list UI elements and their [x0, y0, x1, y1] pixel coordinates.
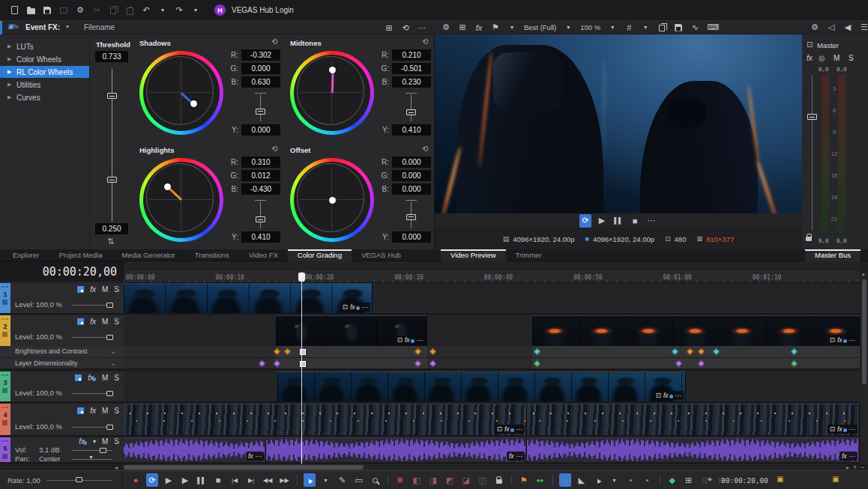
pause-button[interactable]: ▌▌	[196, 473, 208, 487]
event-badge[interactable]: ⊡fx⋯	[340, 303, 370, 312]
trim-start-button[interactable]: ◧	[411, 473, 423, 487]
track-3-solo-button[interactable]: S	[114, 374, 119, 382]
event-fx-icon[interactable]: fx	[405, 336, 410, 344]
rewind-button[interactable]: ◀◀	[262, 473, 274, 487]
event-badge[interactable]: ⊡fx⋯	[495, 425, 525, 434]
midtones-y-handle[interactable]	[406, 109, 416, 115]
project-properties-gear-icon[interactable]: ⚙	[74, 4, 86, 17]
redo-dropdown[interactable]: ▾	[190, 4, 202, 17]
audio-event[interactable]: fx⋯	[124, 437, 266, 462]
hscroll-thumb[interactable]	[124, 465, 364, 470]
tab-vegas-hub[interactable]: VEGAS Hub	[352, 249, 411, 261]
crop-icon[interactable]: ⊡	[497, 425, 502, 433]
sidebar-item-utilities[interactable]: ▶Utilities	[0, 79, 89, 91]
reset-highlights-icon[interactable]: ⟲	[271, 145, 277, 153]
event-fx-icon[interactable]: fx	[837, 336, 843, 344]
crop-icon[interactable]: ⊡	[830, 425, 835, 433]
zoom-tool-button[interactable]	[370, 473, 382, 487]
redo-button[interactable]: ↷	[173, 4, 185, 17]
playhead-cursor[interactable]	[301, 272, 302, 464]
track-3-level-handle[interactable]	[106, 391, 113, 396]
event-badge[interactable]: ⊡fx⋯	[828, 425, 858, 434]
audio-event[interactable]: fx⋯	[527, 437, 860, 462]
reset-midtones-icon[interactable]: ⟲	[422, 37, 428, 46]
split-screen-view-icon[interactable]: ⊞	[456, 21, 468, 34]
threshold-high-value[interactable]: 0.733	[95, 51, 128, 62]
midtones-y-value[interactable]: 0.410	[392, 124, 431, 136]
track-header-2[interactable]: •••2 fx M S Level: 100,0 %	[0, 315, 124, 346]
time-ruler[interactable]: 00:00:0000:00:1000:00:2000:00:3000:00:40…	[124, 272, 860, 283]
box-selection-tool-button[interactable]: ▭	[353, 473, 365, 487]
master-fader-track[interactable]	[812, 75, 813, 231]
track-1-level-handle[interactable]	[106, 303, 113, 308]
master-spatial-button[interactable]: ◎	[819, 54, 825, 62]
crop-icon[interactable]: ⊡	[343, 303, 348, 311]
undo-button[interactable]: ↶	[140, 4, 152, 17]
mixer-settings-gear-icon[interactable]: ⚙	[809, 21, 821, 34]
timecode-display[interactable]: 00:00:20,00	[0, 261, 124, 282]
event-fx-icon[interactable]: fx	[837, 425, 843, 433]
track-3-color-strip[interactable]: •••3	[0, 371, 10, 401]
delete-button[interactable]: ✖	[394, 473, 406, 487]
tab-video-preview[interactable]: Video Preview	[441, 249, 506, 261]
more-icon[interactable]: ⋯	[362, 303, 369, 311]
offset-r-value[interactable]: 0.000	[392, 157, 431, 168]
highlights-y-handle[interactable]	[256, 216, 265, 222]
edit-tool-dropdown[interactable]: ▾	[320, 473, 332, 487]
tab-explorer[interactable]: Explorer	[3, 249, 49, 261]
preview-flag-dropdown[interactable]: ▾	[506, 21, 518, 34]
event-badge[interactable]: fx⋯	[246, 452, 264, 461]
mixer-controls-icon[interactable]: ☰	[858, 21, 868, 34]
midtones-r-value[interactable]: 0.210	[392, 49, 431, 61]
auto-crossfade-button[interactable]: ◣	[576, 473, 588, 487]
track-2-solo-button[interactable]: S	[114, 318, 119, 326]
event-fx-icon[interactable]: fx	[248, 452, 253, 460]
vscroll-thumb[interactable]	[862, 279, 867, 384]
event-fx-icon[interactable]: fx	[842, 452, 847, 460]
vscroll-up-arrow[interactable]: ▴	[862, 271, 865, 277]
track-2-mute-button[interactable]: M	[102, 318, 108, 326]
video-event[interactable]: ⊡fx⋯	[124, 283, 373, 313]
horizontal-scrollbar[interactable]	[124, 464, 845, 470]
track-5-mute-button[interactable]: M	[102, 437, 108, 446]
track-4-level-handle[interactable]	[106, 425, 113, 430]
video-event[interactable]: ⊡fx⋯	[276, 315, 427, 346]
track-4-content[interactable]: ⊡fx⋯⊡fx⋯	[124, 404, 860, 437]
snapping-button[interactable]: ∩	[559, 473, 571, 487]
crop-icon[interactable]: ⊡	[830, 336, 835, 344]
grid-overlay-icon[interactable]: #	[623, 21, 635, 34]
event-fx-icon[interactable]: fx	[509, 452, 514, 460]
offset-y-handle[interactable]	[406, 214, 416, 220]
track-4-solo-button[interactable]: S	[114, 407, 119, 415]
threshold-slider-track[interactable]	[112, 69, 112, 222]
sidebar-item-curves[interactable]: ▶Curves	[0, 91, 89, 103]
tab-transitions[interactable]: Transitions	[185, 249, 239, 261]
track-header-3[interactable]: •••3 fx M S Level: 100,0 %	[0, 371, 124, 403]
slip-trim-button[interactable]: ◫	[477, 473, 489, 487]
quality-dropdown[interactable]: ▾	[562, 21, 574, 34]
envelope-tool-button[interactable]: ✎	[337, 473, 349, 487]
trim-end-button[interactable]: ◨	[427, 473, 439, 487]
zoom-dropdown[interactable]: ▾	[606, 21, 618, 34]
reset-offset-icon[interactable]: ⟲	[422, 145, 428, 153]
threshold-center-icon[interactable]: ⇅	[107, 237, 114, 246]
track-1-solo-button[interactable]: S	[114, 285, 119, 294]
sidebar-item-rl-color-wheels[interactable]: ▶RL Color Wheels	[0, 66, 89, 78]
loop-region-end-icon[interactable]: ▣	[832, 475, 839, 483]
sync-cursor-button[interactable]: ▪	[642, 473, 654, 487]
more-icon[interactable]: ⋯	[849, 452, 856, 460]
preview-settings-gear-icon[interactable]: ⚙	[440, 21, 452, 34]
play-button[interactable]: ▶	[596, 214, 608, 228]
crop-icon[interactable]: ⊡	[656, 392, 661, 399]
vertical-scrollbar[interactable]: ▴	[861, 272, 868, 464]
threshold-low-value[interactable]: 0.250	[95, 223, 128, 234]
copy-frame-icon[interactable]	[656, 21, 668, 34]
track-2-level-handle[interactable]	[106, 335, 113, 340]
threshold-high-handle[interactable]	[107, 93, 117, 99]
more-options-icon[interactable]: ⋯	[416, 21, 428, 34]
event-badge[interactable]: fx⋯	[507, 452, 525, 461]
crop-icon[interactable]: ⊡	[397, 336, 403, 344]
mixer-tool-button[interactable]: ◆	[666, 473, 678, 487]
timecode-display-icon[interactable]: ⌨	[705, 21, 720, 34]
event-fx-icon[interactable]: fx	[350, 303, 355, 311]
